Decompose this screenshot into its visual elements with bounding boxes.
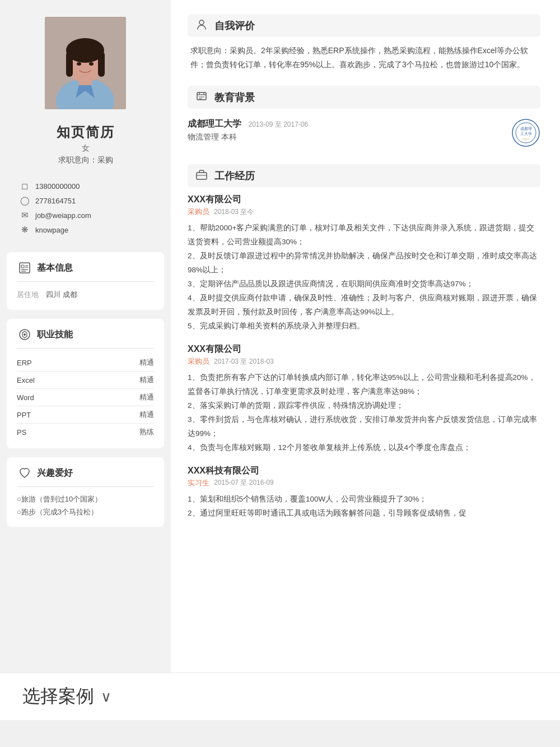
- hobby-running: ○跑步（完成3个马拉松）: [17, 505, 154, 518]
- skill-name-word: Word: [17, 393, 34, 402]
- resume-body: 知页简历 女 求职意向：采购 ◻ 13800000000 ◯ 277816475…: [0, 0, 560, 672]
- email-icon: ✉: [20, 210, 30, 220]
- svg-point-8: [89, 62, 94, 66]
- contact-qq: ◯ 2778164751: [20, 196, 157, 206]
- skills-header: 职业技能: [17, 327, 154, 342]
- svg-rect-5: [66, 52, 73, 77]
- svg-rect-10: [21, 265, 24, 268]
- divider-skills: [17, 348, 154, 349]
- bottom-label: 选择案例: [22, 684, 94, 709]
- edu-major-0: 物流管理 本科: [188, 132, 511, 142]
- phone-text: 13800000000: [35, 182, 80, 191]
- work-date-2: 2015-07 至 2016-09: [214, 478, 274, 488]
- basic-info-title: 基本信息: [37, 262, 73, 274]
- resume-page: 知页简历 女 求职意向：采购 ◻ 13800000000 ◯ 277816475…: [0, 0, 560, 720]
- candidate-gender: 女: [57, 143, 115, 154]
- work-section: 工作经历 XXX有限公司 采购员 2018-03 至今 1、帮助2000+客户采…: [188, 164, 540, 521]
- skills-list: ERP 精通 Excel 精通 Word 精通 PPT 精通: [17, 354, 154, 440]
- right-content: 自我评价 求职意向：采购员。2年采购经验，熟悉ERP系统操作，熟悉采购流程，能熟…: [171, 0, 560, 672]
- skill-level-ppt: 精通: [139, 410, 154, 420]
- svg-point-17: [199, 20, 204, 25]
- self-eval-section: 自我评价 求职意向：采购员。2年采购经验，熟悉ERP系统操作，熟悉采购流程，能熟…: [188, 14, 540, 72]
- skill-item-ppt: PPT 精通: [17, 406, 154, 424]
- divider-hobbies: [17, 486, 154, 487]
- education-header: 教育背景: [188, 86, 540, 109]
- web-icon: ❋: [20, 225, 30, 235]
- education-title: 教育背景: [214, 91, 255, 104]
- email-text: job@weiapp.com: [35, 211, 91, 220]
- avatar-area: [0, 0, 171, 118]
- skills-title: 职业技能: [37, 329, 73, 341]
- work-item-2: XXX科技有限公司 实习生 2015-07 至 2016-09 1、策划和组织5…: [188, 465, 540, 521]
- basic-info-header: 基本信息: [17, 260, 154, 276]
- skill-level-ps: 熟练: [139, 427, 154, 437]
- self-eval-title: 自我评价: [214, 19, 255, 33]
- skill-name-erp: ERP: [17, 359, 32, 367]
- work-job-title-1: 采购员: [188, 356, 209, 366]
- skill-name-ppt: PPT: [17, 411, 31, 419]
- work-title-row-1: 采购员 2017-03 至 2018-03: [188, 356, 540, 366]
- education-section: 教育背景 成都理工大学 2013-09 至 2017-06 物流管理 本科: [188, 86, 540, 150]
- sidebar: 知页简历 女 求职意向：采购 ◻ 13800000000 ◯ 277816475…: [0, 0, 171, 672]
- qq-text: 2778164751: [35, 197, 76, 205]
- skills-card: 职业技能 ERP 精通 Excel 精通 Word 精通: [7, 319, 164, 448]
- skill-name-ps: PS: [17, 428, 26, 437]
- skill-item-excel: Excel 精通: [17, 372, 154, 389]
- svg-rect-6: [98, 52, 105, 77]
- avatar: [45, 17, 126, 109]
- contact-section: ◻ 13800000000 ◯ 2778164751 ✉ job@weiapp.…: [0, 173, 171, 248]
- qq-icon: ◯: [20, 196, 30, 206]
- candidate-name: 知页简历: [57, 123, 115, 141]
- hobby-travel: ○旅游（曾到过10个国家）: [17, 493, 154, 505]
- skills-icon: [17, 327, 32, 342]
- skill-level-erp: 精通: [139, 358, 154, 368]
- work-desc-2: 1、策划和组织5个销售活动，覆盖100W人，公司营业额提升了30%； 2、通过阿…: [188, 493, 540, 521]
- skill-name-excel: Excel: [17, 376, 35, 384]
- svg-rect-29: [197, 173, 207, 179]
- work-date-1: 2017-03 至 2018-03: [214, 357, 274, 366]
- work-icon: [195, 168, 208, 183]
- hobbies-card: 兴趣爱好 ○旅游（曾到过10个国家） ○跑步（完成3个马拉松）: [7, 457, 164, 527]
- work-company-1: XXX有限公司: [188, 344, 540, 355]
- contact-web: ❋ knowpage: [20, 225, 157, 235]
- edu-left-0: 成都理工大学 2013-09 至 2017-06 物流管理 本科: [188, 118, 511, 142]
- bottom-bar[interactable]: 选择案例 ∨: [0, 672, 560, 720]
- skill-level-excel: 精通: [139, 375, 154, 385]
- work-job-title-0: 采购员: [188, 207, 209, 217]
- basic-info-card: 基本信息 居住地 四川 成都: [7, 252, 164, 310]
- hobbies-title: 兴趣爱好: [37, 467, 73, 479]
- basic-info-icon: [17, 260, 32, 276]
- contact-phone: ◻ 13800000000: [20, 181, 157, 191]
- hobbies-icon: [17, 465, 32, 481]
- location-row: 居住地 四川 成都: [17, 287, 154, 302]
- edu-school-0: 成都理工大学: [188, 119, 241, 128]
- skill-level-word: 精通: [139, 392, 154, 402]
- work-company-0: XXX有限公司: [188, 194, 540, 206]
- svg-text:工大学: 工大学: [520, 132, 532, 136]
- edu-item-0: 成都理工大学 2013-09 至 2017-06 物流管理 本科 成都理 工大学: [188, 115, 540, 150]
- contact-email: ✉ job@weiapp.com: [20, 210, 157, 220]
- chevron-down-icon[interactable]: ∨: [101, 688, 111, 706]
- divider-basic: [17, 281, 154, 282]
- hobbies-header: 兴趣爱好: [17, 465, 154, 481]
- phone-icon: ◻: [20, 181, 30, 191]
- work-item-1: XXX有限公司 采购员 2017-03 至 2018-03 1、负责把所有客户下…: [188, 344, 540, 455]
- education-icon: [195, 90, 208, 105]
- location-value: 四川 成都: [46, 290, 77, 300]
- web-text: knowpage: [35, 226, 68, 234]
- work-header: 工作经历: [188, 164, 540, 187]
- name-area: 知页简历 女 求职意向：采购: [57, 118, 115, 168]
- skill-item-erp: ERP 精通: [17, 354, 154, 372]
- work-title-row-0: 采购员 2018-03 至今: [188, 207, 540, 217]
- svg-text:成都理: 成都理: [520, 127, 532, 131]
- edu-school-name-0: 成都理工大学 2013-09 至 2017-06: [188, 118, 511, 130]
- edu-date-0: 2013-09 至 2017-06: [248, 120, 308, 128]
- work-company-2: XXX科技有限公司: [188, 465, 540, 477]
- svg-text:CDUT: CDUT: [522, 138, 530, 141]
- svg-point-7: [77, 62, 81, 66]
- work-desc-1: 1、负责把所有客户下达的订单转换成内部订单，转化率达95%以上，公司营业额和毛利…: [188, 371, 540, 455]
- skill-item-word: Word 精通: [17, 389, 154, 406]
- svg-point-16: [24, 333, 26, 336]
- work-date-0: 2018-03 至今: [214, 207, 254, 217]
- work-job-title-2: 实习生: [188, 478, 209, 488]
